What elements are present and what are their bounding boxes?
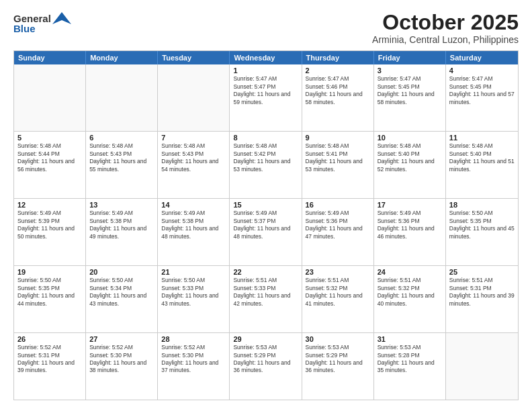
day-number: 9 (306, 134, 370, 142)
day-cell-13: 13Sunrise: 5:49 AM Sunset: 5:38 PM Dayli… (86, 199, 158, 265)
day-number: 24 (378, 268, 442, 276)
day-info: Sunrise: 5:51 AM Sunset: 5:33 PM Dayligh… (233, 277, 298, 308)
calendar-week-3: 12Sunrise: 5:49 AM Sunset: 5:39 PM Dayli… (14, 199, 518, 266)
header-day-saturday: Saturday (446, 51, 518, 64)
day-info: Sunrise: 5:51 AM Sunset: 5:32 PM Dayligh… (378, 277, 442, 308)
day-cell-20: 20Sunrise: 5:50 AM Sunset: 5:34 PM Dayli… (86, 266, 158, 332)
day-info: Sunrise: 5:49 AM Sunset: 5:36 PM Dayligh… (378, 210, 442, 240)
day-cell-14: 14Sunrise: 5:49 AM Sunset: 5:38 PM Dayli… (158, 199, 230, 265)
day-info: Sunrise: 5:47 AM Sunset: 5:47 PM Dayligh… (233, 75, 298, 106)
day-info: Sunrise: 5:49 AM Sunset: 5:38 PM Dayligh… (89, 210, 154, 240)
day-info: Sunrise: 5:48 AM Sunset: 5:43 PM Dayligh… (161, 142, 226, 173)
day-info: Sunrise: 5:52 AM Sunset: 5:30 PM Dayligh… (89, 344, 154, 375)
day-cell-10: 10Sunrise: 5:48 AM Sunset: 5:40 PM Dayli… (374, 132, 446, 198)
day-number: 2 (306, 66, 370, 75)
day-number: 16 (306, 201, 370, 209)
day-number: 22 (233, 268, 298, 276)
day-cell-2: 2Sunrise: 5:47 AM Sunset: 5:46 PM Daylig… (302, 64, 374, 131)
day-info: Sunrise: 5:47 AM Sunset: 5:45 PM Dayligh… (378, 75, 442, 106)
day-number: 29 (233, 335, 298, 343)
header-day-monday: Monday (86, 51, 158, 64)
empty-cell (446, 333, 518, 400)
header-day-wednesday: Wednesday (230, 51, 302, 64)
day-info: Sunrise: 5:51 AM Sunset: 5:32 PM Dayligh… (306, 277, 370, 308)
calendar-body: 1Sunrise: 5:47 AM Sunset: 5:47 PM Daylig… (14, 64, 518, 400)
day-info: Sunrise: 5:50 AM Sunset: 5:35 PM Dayligh… (17, 277, 82, 308)
header-day-friday: Friday (374, 51, 446, 64)
svg-marker-0 (52, 12, 71, 24)
logo-bird-icon (52, 11, 71, 26)
day-cell-9: 9Sunrise: 5:48 AM Sunset: 5:41 PM Daylig… (302, 132, 374, 198)
day-number: 11 (449, 134, 515, 142)
day-info: Sunrise: 5:53 AM Sunset: 5:28 PM Dayligh… (378, 344, 442, 375)
day-cell-19: 19Sunrise: 5:50 AM Sunset: 5:35 PM Dayli… (14, 266, 86, 332)
day-cell-30: 30Sunrise: 5:53 AM Sunset: 5:29 PM Dayli… (302, 333, 374, 400)
day-cell-29: 29Sunrise: 5:53 AM Sunset: 5:29 PM Dayli… (230, 333, 302, 400)
day-info: Sunrise: 5:49 AM Sunset: 5:39 PM Dayligh… (17, 210, 82, 240)
day-info: Sunrise: 5:47 AM Sunset: 5:46 PM Dayligh… (306, 75, 370, 106)
day-number: 1 (233, 66, 298, 75)
day-info: Sunrise: 5:48 AM Sunset: 5:41 PM Dayligh… (306, 142, 370, 173)
header-day-thursday: Thursday (302, 51, 374, 64)
day-info: Sunrise: 5:50 AM Sunset: 5:33 PM Dayligh… (161, 277, 226, 308)
day-info: Sunrise: 5:52 AM Sunset: 5:30 PM Dayligh… (161, 344, 226, 375)
day-cell-7: 7Sunrise: 5:48 AM Sunset: 5:43 PM Daylig… (158, 132, 230, 198)
day-info: Sunrise: 5:49 AM Sunset: 5:37 PM Dayligh… (233, 210, 298, 240)
day-number: 27 (89, 335, 154, 343)
day-cell-1: 1Sunrise: 5:47 AM Sunset: 5:47 PM Daylig… (230, 64, 302, 131)
day-info: Sunrise: 5:53 AM Sunset: 5:29 PM Dayligh… (233, 344, 298, 375)
day-number: 23 (306, 268, 370, 276)
day-cell-11: 11Sunrise: 5:48 AM Sunset: 5:40 PM Dayli… (446, 132, 518, 198)
day-number: 20 (89, 268, 154, 276)
day-cell-12: 12Sunrise: 5:49 AM Sunset: 5:39 PM Dayli… (14, 199, 86, 265)
day-number: 21 (161, 268, 226, 276)
day-number: 12 (17, 201, 82, 209)
day-cell-21: 21Sunrise: 5:50 AM Sunset: 5:33 PM Dayli… (158, 266, 230, 332)
day-cell-25: 25Sunrise: 5:51 AM Sunset: 5:31 PM Dayli… (446, 266, 518, 332)
logo-blue: Blue (13, 23, 36, 34)
day-info: Sunrise: 5:47 AM Sunset: 5:45 PM Dayligh… (449, 75, 515, 106)
header: General Blue October 2025 Arminia, Centr… (13, 11, 519, 45)
calendar-week-2: 5Sunrise: 5:48 AM Sunset: 5:44 PM Daylig… (14, 132, 518, 199)
day-number: 18 (449, 201, 515, 209)
day-info: Sunrise: 5:52 AM Sunset: 5:31 PM Dayligh… (17, 344, 82, 375)
day-number: 30 (306, 335, 370, 343)
header-day-tuesday: Tuesday (158, 51, 230, 64)
day-cell-26: 26Sunrise: 5:52 AM Sunset: 5:31 PM Dayli… (14, 333, 86, 400)
header-day-sunday: Sunday (14, 51, 86, 64)
empty-cell (86, 64, 158, 131)
day-info: Sunrise: 5:50 AM Sunset: 5:35 PM Dayligh… (449, 210, 515, 240)
day-number: 14 (161, 201, 226, 209)
calendar: SundayMondayTuesdayWednesdayThursdayFrid… (13, 50, 519, 400)
day-cell-28: 28Sunrise: 5:52 AM Sunset: 5:30 PM Dayli… (158, 333, 230, 400)
day-cell-5: 5Sunrise: 5:48 AM Sunset: 5:44 PM Daylig… (14, 132, 86, 198)
day-cell-8: 8Sunrise: 5:48 AM Sunset: 5:42 PM Daylig… (230, 132, 302, 198)
day-number: 31 (378, 335, 442, 343)
calendar-week-1: 1Sunrise: 5:47 AM Sunset: 5:47 PM Daylig… (14, 64, 518, 132)
day-number: 5 (17, 134, 82, 142)
day-info: Sunrise: 5:48 AM Sunset: 5:42 PM Dayligh… (233, 142, 298, 173)
day-cell-22: 22Sunrise: 5:51 AM Sunset: 5:33 PM Dayli… (230, 266, 302, 332)
day-info: Sunrise: 5:49 AM Sunset: 5:38 PM Dayligh… (161, 210, 226, 240)
logo-general: General (13, 13, 51, 24)
title-block: October 2025 Arminia, Central Luzon, Phi… (372, 11, 519, 45)
day-info: Sunrise: 5:53 AM Sunset: 5:29 PM Dayligh… (306, 344, 370, 375)
day-info: Sunrise: 5:48 AM Sunset: 5:40 PM Dayligh… (378, 142, 442, 173)
day-info: Sunrise: 5:50 AM Sunset: 5:34 PM Dayligh… (89, 277, 154, 308)
page: General Blue October 2025 Arminia, Centr… (0, 0, 532, 411)
day-cell-16: 16Sunrise: 5:49 AM Sunset: 5:36 PM Dayli… (302, 199, 374, 265)
location: Arminia, Central Luzon, Philippines (372, 34, 519, 45)
day-cell-27: 27Sunrise: 5:52 AM Sunset: 5:30 PM Dayli… (86, 333, 158, 400)
day-number: 7 (161, 134, 226, 142)
day-number: 8 (233, 134, 298, 142)
day-number: 3 (378, 66, 442, 75)
day-cell-17: 17Sunrise: 5:49 AM Sunset: 5:36 PM Dayli… (374, 199, 446, 265)
month-title: October 2025 (372, 11, 519, 34)
day-cell-18: 18Sunrise: 5:50 AM Sunset: 5:35 PM Dayli… (446, 199, 518, 265)
day-number: 26 (17, 335, 82, 343)
day-number: 17 (378, 201, 442, 209)
day-number: 13 (89, 201, 154, 209)
day-cell-3: 3Sunrise: 5:47 AM Sunset: 5:45 PM Daylig… (374, 64, 446, 131)
calendar-header: SundayMondayTuesdayWednesdayThursdayFrid… (14, 51, 518, 64)
day-cell-15: 15Sunrise: 5:49 AM Sunset: 5:37 PM Dayli… (230, 199, 302, 265)
